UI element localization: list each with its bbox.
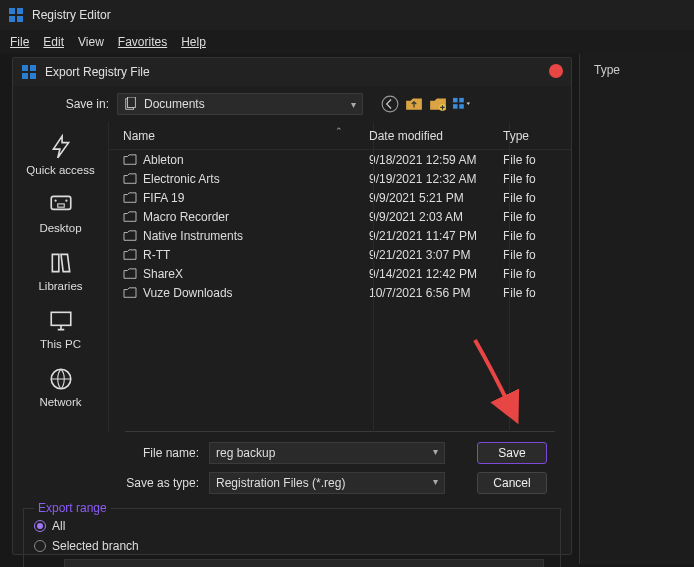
file-name-input[interactable]: reg backup ▾ bbox=[209, 442, 445, 464]
dialog-body: Quick access Desktop Libraries This PC N… bbox=[13, 122, 571, 432]
view-menu-icon[interactable] bbox=[453, 95, 471, 113]
table-row[interactable]: R-TT9/21/2021 3:07 PMFile fo bbox=[109, 245, 571, 264]
export-range-group: Export range All Selected branch bbox=[23, 508, 561, 567]
chevron-down-icon[interactable]: ▾ bbox=[433, 446, 438, 457]
desktop-icon bbox=[48, 192, 74, 218]
svg-rect-15 bbox=[459, 104, 463, 108]
svg-rect-5 bbox=[30, 65, 36, 71]
svg-rect-3 bbox=[17, 16, 23, 22]
col-date[interactable]: Date modified bbox=[369, 129, 503, 143]
right-pane: Type bbox=[579, 54, 694, 564]
menu-favorites[interactable]: Favorites bbox=[118, 35, 167, 49]
column-headers: Name ⌃ Date modified Type bbox=[109, 122, 571, 150]
save-as-type-label: Save as type: bbox=[113, 476, 199, 490]
svg-rect-2 bbox=[9, 16, 15, 22]
save-as-type-dropdown[interactable]: Registration Files (*.reg) ▾ bbox=[209, 472, 445, 494]
folder-icon bbox=[123, 230, 137, 242]
col-name[interactable]: Name bbox=[109, 129, 369, 143]
file-name-label: File name: bbox=[113, 446, 199, 460]
place-quick-access[interactable]: Quick access bbox=[16, 128, 106, 184]
branch-input[interactable] bbox=[64, 559, 544, 567]
place-libraries[interactable]: Libraries bbox=[16, 244, 106, 300]
svg-point-10 bbox=[382, 96, 398, 112]
svg-rect-20 bbox=[51, 312, 71, 325]
folder-icon bbox=[123, 268, 137, 280]
up-folder-icon[interactable] bbox=[405, 95, 423, 113]
save-button[interactable]: Save bbox=[477, 442, 547, 464]
place-desktop[interactable]: Desktop bbox=[16, 186, 106, 242]
table-row[interactable]: ShareX9/14/2021 12:42 PMFile fo bbox=[109, 264, 571, 283]
folder-icon bbox=[123, 173, 137, 185]
radio-icon bbox=[34, 540, 46, 552]
export-dialog: Export Registry File Save in: Documents … bbox=[12, 57, 572, 555]
folder-icon bbox=[123, 211, 137, 223]
folder-icon bbox=[123, 287, 137, 299]
app-title: Registry Editor bbox=[32, 8, 111, 22]
radio-icon bbox=[34, 520, 46, 532]
col-type[interactable]: Type bbox=[503, 129, 571, 143]
table-row[interactable]: Vuze Downloads10/7/2021 6:56 PMFile fo bbox=[109, 283, 571, 302]
annotation-dot bbox=[549, 64, 563, 78]
radio-selected-branch[interactable]: Selected branch bbox=[34, 539, 550, 553]
svg-rect-4 bbox=[22, 65, 28, 71]
table-row[interactable]: FIFA 199/9/2021 5:21 PMFile fo bbox=[109, 188, 571, 207]
save-in-dropdown[interactable]: Documents ▾ bbox=[117, 93, 363, 115]
menu-view[interactable]: View bbox=[78, 35, 104, 49]
svg-rect-12 bbox=[453, 98, 457, 102]
table-row[interactable]: Electronic Arts9/19/2021 12:32 AMFile fo bbox=[109, 169, 571, 188]
svg-rect-9 bbox=[128, 97, 136, 108]
svg-rect-6 bbox=[22, 73, 28, 79]
svg-rect-14 bbox=[453, 104, 457, 108]
back-icon[interactable] bbox=[381, 95, 399, 113]
file-list: Name ⌃ Date modified Type Ableton9/18/20… bbox=[109, 122, 571, 432]
svg-point-17 bbox=[54, 200, 56, 202]
save-in-row: Save in: Documents ▾ bbox=[13, 86, 571, 122]
save-in-label: Save in: bbox=[23, 97, 109, 111]
chevron-down-icon[interactable]: ▾ bbox=[433, 476, 438, 487]
bolt-icon bbox=[48, 134, 74, 160]
documents-icon bbox=[124, 97, 138, 111]
export-range-legend: Export range bbox=[34, 501, 111, 515]
form-area: File name: reg backup ▾ Save Save as typ… bbox=[13, 432, 571, 494]
dialog-title: Export Registry File bbox=[45, 65, 150, 79]
place-this-pc[interactable]: This PC bbox=[16, 302, 106, 358]
monitor-icon bbox=[48, 308, 74, 334]
svg-rect-7 bbox=[30, 73, 36, 79]
titlebar[interactable]: Registry Editor bbox=[0, 0, 694, 30]
dialog-titlebar[interactable]: Export Registry File bbox=[13, 58, 571, 86]
cancel-button[interactable]: Cancel bbox=[477, 472, 547, 494]
place-network[interactable]: Network bbox=[16, 360, 106, 416]
folder-icon bbox=[123, 192, 137, 204]
menu-edit[interactable]: Edit bbox=[43, 35, 64, 49]
nav-toolbar bbox=[381, 95, 471, 113]
libraries-icon bbox=[48, 250, 74, 276]
globe-icon bbox=[48, 366, 74, 392]
new-folder-icon[interactable] bbox=[429, 95, 447, 113]
right-column-type[interactable]: Type bbox=[580, 54, 694, 86]
table-row[interactable]: Ableton9/18/2021 12:59 AMFile fo bbox=[109, 150, 571, 169]
places-bar: Quick access Desktop Libraries This PC N… bbox=[13, 122, 109, 432]
svg-rect-19 bbox=[57, 204, 64, 207]
save-in-value: Documents bbox=[144, 97, 205, 111]
menu-file[interactable]: File bbox=[10, 35, 29, 49]
table-row[interactable]: Native Instruments9/21/2021 11:47 PMFile… bbox=[109, 226, 571, 245]
svg-rect-0 bbox=[9, 8, 15, 14]
svg-rect-13 bbox=[459, 98, 463, 102]
sort-indicator-icon: ⌃ bbox=[335, 126, 343, 136]
registry-editor-window: Registry Editor File Edit View Favorites… bbox=[0, 0, 694, 567]
menu-help[interactable]: Help bbox=[181, 35, 206, 49]
svg-point-18 bbox=[65, 200, 67, 202]
folder-icon bbox=[123, 249, 137, 261]
app-icon bbox=[8, 7, 24, 23]
folder-icon bbox=[123, 154, 137, 166]
svg-rect-1 bbox=[17, 8, 23, 14]
radio-all[interactable]: All bbox=[34, 519, 550, 533]
chevron-down-icon: ▾ bbox=[351, 99, 356, 110]
menubar: File Edit View Favorites Help bbox=[0, 30, 694, 54]
dialog-icon bbox=[21, 64, 37, 80]
table-row[interactable]: Macro Recorder9/9/2021 2:03 AMFile fo bbox=[109, 207, 571, 226]
